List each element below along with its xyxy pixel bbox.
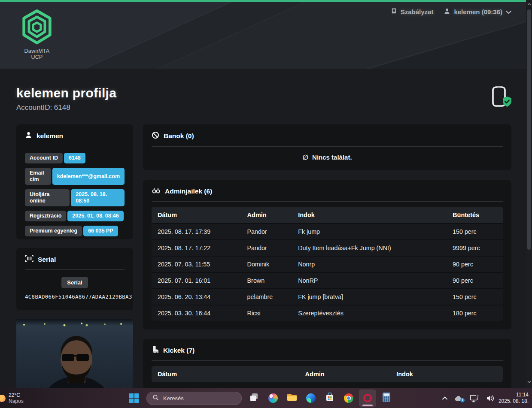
adminjail-card-title: Adminjailek (6) [165, 187, 212, 195]
empty-state: ∅ Nincs találat. [152, 153, 503, 161]
copilot-button[interactable] [264, 390, 282, 407]
sun-icon [0, 395, 6, 402]
rules-link-label: Szabályzat [401, 8, 434, 15]
field-account-id: Account ID 6148 [25, 153, 125, 163]
taskbar-clock[interactable]: 11:14 2025. 08. 18. [499, 388, 529, 408]
cell-admin: Pandor [241, 224, 292, 240]
edge-icon [306, 393, 316, 403]
cell-admin: Ricsi [241, 305, 292, 321]
cell-punishment: 90 perc [447, 256, 503, 272]
search-icon [152, 394, 159, 402]
folder-icon [287, 393, 297, 403]
site-header: DawnMTA UCP Szabályzat kelemen (09:36) [0, 2, 526, 69]
scroll-down-button[interactable] [526, 378, 532, 385]
tray-expand-button[interactable] [442, 396, 447, 400]
calculator-button[interactable] [378, 390, 395, 407]
search-placeholder: Keresés [163, 395, 184, 402]
shield-check-icon [502, 96, 512, 109]
field-last-online: Utoljára online 2025. 08. 18. 08:50 [25, 189, 125, 206]
microsoft-store-icon [325, 393, 334, 404]
taskbar: 22°C Napos Keresés [0, 388, 532, 408]
cell-date: 2025. 08. 17. 17:22 [152, 240, 241, 256]
serial-chip: Serial [61, 277, 88, 288]
cell-punishment: 180 perc [447, 305, 503, 321]
chrome-icon [344, 393, 353, 403]
cell-date: 2025. 07. 01. 16:01 [152, 272, 241, 289]
info-badge: i [460, 398, 465, 402]
microsoft-store-button[interactable] [321, 390, 338, 407]
adminjail-table: Dátum Admin Indok Büntetés 2025. 08. 17.… [152, 207, 503, 321]
edge-button[interactable] [302, 390, 319, 407]
serial-value: 4C8BAD066F51046A8677ADAA2129BBA3 [25, 294, 125, 300]
scroll-up-button[interactable] [526, 1, 532, 8]
calculator-icon [382, 392, 391, 404]
opera-gx-button[interactable] [359, 390, 376, 407]
cell-reason: Nonrp [292, 256, 447, 272]
cell-admin: Pandor [241, 240, 292, 256]
search-input[interactable]: Keresés [146, 392, 242, 405]
account-id-subtitle: AccountID: 6148 [16, 103, 116, 112]
task-view-button[interactable] [246, 390, 263, 407]
field-value: 6148 [64, 153, 85, 163]
bans-card: Banok (0) ∅ Nincs találat. [143, 124, 511, 170]
empty-set-icon: ∅ [302, 153, 308, 161]
column-header: Dátum [152, 366, 299, 382]
table-row: 2025. 08. 17. 17:22 Pandor Duty Item lea… [152, 240, 503, 256]
chrome-button[interactable] [340, 390, 357, 407]
field-label: Utoljára online [25, 189, 70, 206]
column-header: Indok [390, 366, 503, 382]
windows-logo-icon [129, 393, 139, 403]
divider [152, 201, 503, 202]
dawnmta-logo-icon [21, 39, 53, 46]
scroll-thumb[interactable] [527, 9, 531, 250]
character-avatar-image [16, 319, 133, 388]
task-view-icon [249, 393, 259, 404]
phone-verified-badge [492, 86, 511, 108]
copilot-icon [268, 393, 278, 403]
page-title: kelemen profilja [16, 86, 116, 100]
field-value: 2025. 01. 08. 08:46 [67, 211, 123, 221]
field-email: Email cím kdelemen***@gmail.com [25, 168, 125, 185]
cell-admin: Brown [241, 272, 292, 289]
user-menu-label: kelemen (09:36) [454, 8, 502, 15]
field-value: kdelemen***@gmail.com [52, 168, 125, 185]
field-value: 66 035 PP [83, 226, 118, 236]
divider [25, 269, 125, 270]
boot-icon [152, 346, 159, 355]
column-header: Büntetés [447, 207, 503, 224]
table-row: 2025. 07. 03. 11:55 Dominik Nonrp 90 per… [152, 256, 503, 272]
field-label: Prémium egyenleg [25, 226, 82, 236]
cell-reason: NonRP [292, 272, 447, 289]
cell-date: 2025. 06. 20. 13:44 [152, 289, 241, 305]
column-header: Indok [292, 207, 447, 224]
kicks-table: Dátum Admin Indok [152, 366, 503, 382]
ban-icon [152, 131, 159, 141]
weather-condition: Napos [9, 398, 24, 404]
cell-punishment: 150 perc [447, 289, 503, 305]
column-header: Dátum [152, 207, 241, 224]
onedrive-icon[interactable]: i [454, 395, 463, 402]
opera-gx-icon [363, 394, 372, 402]
volume-icon[interactable] [486, 395, 495, 402]
chevron-down-icon [506, 8, 511, 15]
cell-punishment: 9999 perc [447, 240, 503, 256]
cell-punishment: 150 perc [447, 224, 503, 240]
logo-caption: DawnMTA UCP [20, 48, 54, 60]
site-logo[interactable]: DawnMTA UCP [20, 9, 54, 60]
field-label: Regisztráció [25, 211, 66, 221]
start-button[interactable] [125, 390, 143, 407]
kicks-card-title: Kickek (7) [163, 347, 195, 354]
network-icon[interactable] [470, 394, 480, 402]
file-explorer-button[interactable] [283, 390, 301, 407]
field-registration: Regisztráció 2025. 01. 08. 08:46 [25, 211, 125, 221]
table-row: 2025. 08. 17. 17:39 Pandor Fk jump 150 p… [152, 224, 503, 240]
table-header-row: Dátum Admin Indok [152, 366, 503, 382]
column-header: Admin [299, 366, 391, 382]
table-row: 2025. 07. 01. 16:01 Brown NonRP 90 perc [152, 272, 503, 289]
main-content: kelemen profilja AccountID: 6148 kelemen… [0, 69, 526, 388]
user-menu[interactable]: kelemen (09:36) [444, 8, 511, 16]
rules-link[interactable]: Szabályzat [391, 8, 434, 16]
scrollbar[interactable] [526, 0, 532, 388]
weather-widget[interactable]: 22°C Napos [0, 388, 24, 408]
header-nav: Szabályzat kelemen (09:36) [391, 8, 511, 16]
